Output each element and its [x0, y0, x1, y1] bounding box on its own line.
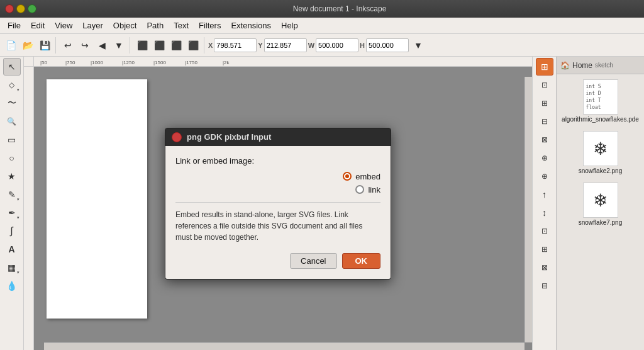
canvas-area[interactable]: |50 |750 |1000 |1250 |1500 |1750 |2k × [24, 57, 532, 350]
dialog-pixbuf-input: × png GDK pixbuf Input Link or embed ima… [165, 128, 391, 279]
align-center-button[interactable]: ⬛ [151, 37, 167, 54]
menubar: File Edit View Layer Object Path Text Fi… [0, 18, 644, 34]
menu-view[interactable]: View [50, 19, 77, 32]
h-coord: H [360, 38, 409, 52]
file-icon-snowflake7: ❄ [583, 183, 618, 218]
align-left-button[interactable]: ⬛ [134, 37, 150, 54]
h-label: H [360, 42, 365, 49]
w-input[interactable] [316, 38, 358, 52]
snap-tool-6[interactable]: ⊕ [536, 149, 553, 167]
file-panel: 🏠 Home sketch int S int D int T float al… [556, 57, 644, 350]
align-justify-button[interactable]: ⬛ [185, 37, 201, 54]
home-label: Home [572, 61, 592, 70]
close-button[interactable] [5, 4, 14, 13]
menu-layer[interactable]: Layer [77, 19, 108, 32]
menu-path[interactable]: Path [142, 19, 169, 32]
file-panel-header: 🏠 Home sketch [557, 57, 644, 74]
dialog-overlay: × png GDK pixbuf Input Link or embed ima… [24, 57, 532, 350]
main-area: ↖ ◇▾ 〜 🔍 ▭ ○ ★ ✎▾ ✒▾ ∫ A ▦▾ 💧 |50 |750 |… [0, 57, 644, 350]
menu-filters[interactable]: Filters [194, 19, 226, 32]
file-icon-pde: int S int D int T float [583, 79, 618, 115]
snap-tool-13[interactable]: ⊟ [536, 277, 553, 295]
snap-tool-8[interactable]: ↑ [536, 186, 553, 203]
y-input[interactable] [264, 38, 307, 52]
menu-help[interactable]: Help [276, 19, 303, 32]
file-label-snowflake2: snowflake2.png [579, 167, 623, 175]
file-icon-snowflake2: ❄ [583, 131, 618, 166]
radio-group: embed link [175, 172, 380, 195]
open-button[interactable]: 📂 [19, 37, 36, 54]
dialog-close-button[interactable]: × [172, 132, 182, 142]
redo-button[interactable]: ↪ [77, 37, 93, 54]
snap-tool-12[interactable]: ⊠ [536, 259, 553, 276]
new-button[interactable]: 📄 [3, 37, 19, 54]
snap-tool-7[interactable]: ⊕ [536, 167, 553, 185]
y-label: Y [258, 42, 262, 49]
y-coord: Y [258, 38, 306, 52]
pen-tool[interactable]: ✒▾ [3, 204, 21, 222]
align-right-button[interactable]: ⬛ [168, 37, 184, 54]
file-item-pde[interactable]: int S int D int T float algorithmic_snow… [559, 77, 641, 126]
maximize-button[interactable] [28, 4, 36, 13]
snap-tool-2[interactable]: ⊡ [536, 76, 553, 94]
minimize-button[interactable] [16, 4, 25, 13]
x-label: X [208, 42, 213, 49]
calligraphy-tool[interactable]: ∫ [3, 222, 21, 240]
menu-file[interactable]: File [3, 19, 26, 32]
link-radio[interactable] [355, 185, 364, 194]
embed-label: embed [355, 172, 380, 181]
snap-tool-3[interactable]: ⊞ [536, 94, 553, 112]
dropper-tool[interactable]: 💧 [3, 277, 21, 295]
selector-tool[interactable]: ↖ [3, 58, 21, 76]
menu-object[interactable]: Object [108, 19, 142, 32]
titlebar: New document 1 - Inkscape [0, 0, 644, 18]
w-label: W [308, 42, 314, 49]
ok-button[interactable]: OK [342, 253, 381, 269]
gradient-tool[interactable]: ▦▾ [3, 259, 21, 276]
more-options-button[interactable]: ▼ [410, 37, 426, 54]
dialog-titlebar: × png GDK pixbuf Input [165, 128, 391, 146]
zoom-tool[interactable]: 🔍 [3, 113, 21, 130]
menu-extensions[interactable]: Extensions [226, 19, 276, 32]
toolbar: 📄 📂 💾 ↩ ↪ ◀ ▼ ⬛ ⬛ ⬛ ⬛ X Y W H ▼ [0, 34, 644, 57]
pencil-tool[interactable]: ✎▾ [3, 186, 21, 203]
dialog-description: Embed results in stand-alone, larger SVG… [175, 202, 380, 243]
undo-button[interactable]: ↩ [60, 37, 76, 54]
cancel-button[interactable]: Cancel [290, 253, 336, 269]
file-label-pde: algorithmic_snowflakes.pde [562, 116, 639, 123]
down-button[interactable]: ▼ [111, 37, 127, 54]
file-item-snowflake7[interactable]: ❄ snowflake7.png [559, 180, 641, 229]
file-item-snowflake2[interactable]: ❄ snowflake2.png [559, 128, 641, 178]
menu-edit[interactable]: Edit [26, 19, 50, 32]
node-tool[interactable]: ◇▾ [3, 76, 21, 94]
w-coord: W [308, 38, 358, 52]
back-button[interactable]: ◀ [94, 37, 110, 54]
radio-embed[interactable]: embed [343, 172, 380, 181]
tweak-tool[interactable]: 〜 [3, 94, 21, 112]
rect-tool[interactable]: ▭ [3, 131, 21, 149]
home-icon: 🏠 [560, 61, 570, 70]
embed-radio[interactable] [343, 172, 352, 181]
dialog-prompt: Link or embed image: [175, 156, 380, 166]
snap-tool-5[interactable]: ⊠ [536, 131, 553, 149]
x-coord: X [208, 38, 257, 52]
snap-tool-10[interactable]: ⊡ [536, 222, 553, 240]
snap-tool-4[interactable]: ⊟ [536, 113, 553, 130]
snowflake2-icon: ❄ [593, 138, 608, 159]
text-tool[interactable]: A [3, 240, 21, 258]
star-tool[interactable]: ★ [3, 167, 21, 185]
radio-link[interactable]: link [355, 185, 380, 195]
x-input[interactable] [214, 38, 257, 52]
snap-tool-9[interactable]: ↕ [536, 204, 553, 222]
snowflake7-icon: ❄ [593, 190, 608, 211]
snap-tool-11[interactable]: ⊞ [536, 240, 553, 258]
snap-tool-1[interactable]: ⊞ [536, 58, 553, 76]
circle-tool[interactable]: ○ [3, 149, 21, 167]
h-input[interactable] [366, 38, 409, 52]
dialog-buttons: Cancel OK [175, 253, 380, 269]
toolbar-group-open: 📄 📂 💾 [3, 37, 56, 54]
file-panel-content: int S int D int T float algorithmic_snow… [557, 74, 644, 350]
save-button[interactable]: 💾 [36, 37, 53, 54]
menu-text[interactable]: Text [169, 19, 194, 32]
dialog-title: png GDK pixbuf Input [187, 132, 271, 142]
